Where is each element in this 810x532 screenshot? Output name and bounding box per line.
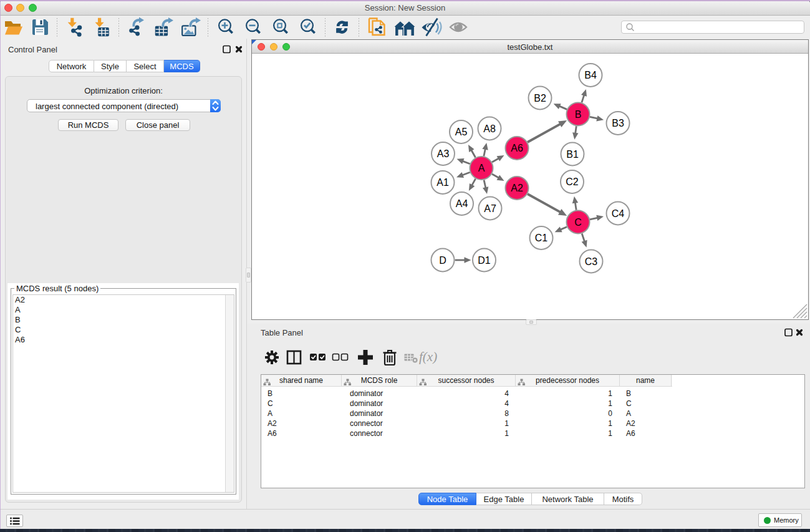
svg-text:C: C [574,217,582,228]
svg-text:A: A [478,163,485,173]
svg-text:C2: C2 [566,177,579,187]
svg-text:A3: A3 [437,148,450,159]
svg-text:A4: A4 [456,198,468,209]
svg-text:A1: A1 [436,177,449,188]
svg-text:A5: A5 [455,127,468,137]
svg-text:C4: C4 [612,208,625,219]
svg-text:B3: B3 [612,118,624,128]
svg-text:A6: A6 [511,143,523,153]
svg-text:C1: C1 [535,233,548,243]
svg-text:B1: B1 [566,149,579,160]
svg-text:C3: C3 [585,256,598,267]
svg-text:D: D [439,255,446,266]
svg-text:B: B [575,109,582,120]
svg-text:A2: A2 [511,183,523,193]
svg-text:A8: A8 [483,123,496,134]
svg-text:D1: D1 [478,255,491,266]
svg-text:B2: B2 [534,93,546,104]
svg-text:B4: B4 [584,70,597,80]
svg-text:A7: A7 [484,203,496,214]
